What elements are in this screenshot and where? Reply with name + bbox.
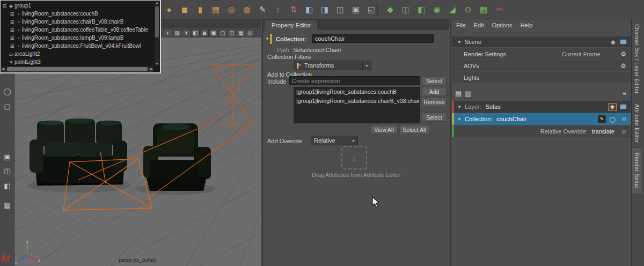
collapse-arrow-icon[interactable]: ▼	[265, 36, 269, 41]
render-setup-row[interactable]: Lights	[452, 72, 631, 83]
isolate-icon[interactable]: ◯	[610, 116, 616, 122]
select-all-button[interactable]: Select All	[399, 125, 429, 134]
select-tool-icon[interactable]: ◯	[2, 86, 13, 97]
collapse-arrow-icon[interactable]: ▼	[457, 40, 462, 45]
textured-icon[interactable]: ▨	[173, 29, 181, 37]
outliner-item[interactable]: ⊞ ▪ livingRoom_substances:chairB_v08:cha…	[2, 18, 153, 26]
outliner-item[interactable]: ▭ areaLight2	[2, 50, 153, 58]
single-pane-layout-icon[interactable]: ▣	[2, 151, 13, 162]
outliner-item[interactable]: ⊟ ◆ group1	[2, 2, 153, 10]
pencil-curve-icon[interactable]: ✎	[255, 2, 269, 16]
sort-list-icon[interactable]: ≡	[623, 90, 626, 97]
renderable-eye-icon[interactable]: ◉	[608, 103, 617, 111]
scene-row[interactable]: ▼ Scene ◉	[452, 36, 631, 47]
armchair-mesh[interactable]	[143, 123, 211, 191]
collection-member[interactable]: |group1|livingRoom_substances:chairB_v08…	[294, 97, 420, 106]
gear-icon[interactable]: ⚙	[620, 62, 626, 70]
resolution-gate-icon[interactable]: ◫	[228, 29, 236, 37]
collection-row-couchchair[interactable]: ▼ Collection: couchChair ✎ ◯ ⊘	[452, 113, 631, 125]
extrude-face-icon[interactable]: ◧	[414, 2, 428, 16]
poly-torus-icon[interactable]: ◎	[224, 2, 238, 16]
lasso-tool-icon[interactable]: ▢	[2, 101, 13, 112]
tab-render-setup[interactable]: Render Setup	[632, 148, 642, 194]
tab-attribute-editor[interactable]: Attribute Editor	[632, 99, 642, 149]
collection-name-input[interactable]	[312, 34, 434, 43]
select-expression-button[interactable]: Select	[422, 76, 447, 85]
poly-cube-icon[interactable]: ◼	[178, 2, 192, 16]
multi-cut-icon[interactable]: ✄	[492, 2, 506, 16]
render-setup-row[interactable]: Render Settings Current Frame ⚙	[452, 48, 631, 60]
wedge-icon[interactable]: ◢	[445, 2, 459, 16]
poly-sphere-icon[interactable]: ●	[162, 2, 176, 16]
grid-toggle-icon[interactable]: ▦	[237, 29, 245, 37]
visibility-eye-icon[interactable]: ◉	[611, 39, 616, 45]
collapse-arrow-icon[interactable]: ▼	[457, 105, 462, 109]
collection-member[interactable]: |group1|livingRoom_substances:couchB	[294, 87, 420, 97]
mirror-icon[interactable]: ◫	[333, 2, 347, 16]
display-icon[interactable]	[620, 39, 627, 45]
collapse-arrow-icon[interactable]: ▼	[457, 117, 462, 122]
create-render-layer-icon[interactable]: ▤	[455, 90, 462, 98]
display-icon[interactable]	[620, 104, 627, 109]
extrude-icon[interactable]: ↑	[271, 2, 285, 16]
isolate-select-icon[interactable]: ◎	[246, 29, 254, 37]
align-icon[interactable]: ▣	[349, 2, 363, 16]
expander-icon[interactable]: ⊞	[9, 11, 15, 17]
bevel-icon[interactable]: ◆	[383, 2, 397, 16]
lights-icon[interactable]: ☀	[182, 29, 191, 37]
occlusion-icon[interactable]: ◙	[200, 29, 209, 37]
expander-icon[interactable]: ⊞	[9, 19, 15, 25]
quad-draw-icon[interactable]: ▦	[477, 2, 491, 16]
three-pane-layout-icon[interactable]: ◧	[2, 180, 13, 191]
filter-type-dropdown[interactable]: Transforms ▼	[294, 61, 371, 70]
poly-cylinder-icon[interactable]: ▮	[193, 2, 207, 16]
outliner-horizontal-scrollbar[interactable]: ◀ ▶	[1, 66, 153, 72]
menu-item[interactable]: File	[456, 22, 466, 28]
combine-icon[interactable]: ◧	[302, 2, 316, 16]
bridge-icon[interactable]: ◫	[399, 2, 413, 16]
poly-disc-icon[interactable]: ◍	[240, 2, 254, 16]
scrollbar-thumb[interactable]	[155, 6, 159, 38]
add-button[interactable]: Add	[422, 87, 447, 96]
expander-icon[interactable]: ⊟	[2, 3, 8, 9]
gear-icon[interactable]: ⚙	[620, 50, 626, 58]
override-mode-dropdown[interactable]: Relative ▼	[311, 136, 358, 145]
select-members-button[interactable]: Select	[422, 113, 447, 122]
menu-item[interactable]: Help	[521, 22, 533, 28]
film-gate-icon[interactable]: ▢	[218, 29, 227, 37]
expander-icon[interactable]: ⊞	[9, 43, 15, 49]
scroll-right-icon[interactable]: ▶	[150, 67, 153, 71]
scroll-left-icon[interactable]: ◀	[2, 67, 4, 71]
menu-item[interactable]: Options	[492, 22, 513, 28]
tab-channel-box-layer-editor[interactable]: Channel Box / Layer Editor	[632, 19, 642, 99]
edit-collection-icon[interactable]: ✎	[598, 115, 606, 123]
render-setup-row[interactable]: AOVs ⚙	[452, 60, 631, 71]
expander-icon[interactable]: ⊞	[9, 27, 15, 33]
include-expression-input[interactable]	[289, 76, 420, 85]
view-all-button[interactable]: View All	[370, 125, 398, 134]
outliner-item[interactable]: ⊞ ▪ livingRoom_substances:lampB_v09:lamp…	[2, 34, 153, 42]
create-collection-icon[interactable]: ▥	[465, 90, 471, 98]
scroll-up-icon[interactable]: ▲	[155, 1, 159, 4]
separate-icon[interactable]: ◨	[318, 2, 332, 16]
sort-arrows-icon[interactable]: ⇅	[287, 2, 301, 16]
disable-icon[interactable]: ⊘	[621, 116, 626, 123]
tab-property-editor[interactable]: Property Editor	[265, 20, 317, 30]
outliner-item[interactable]: ⊞ ▪ livingRoom_substances:FruitBowl_v04:…	[2, 42, 153, 50]
shadows-icon[interactable]: ◧	[191, 29, 200, 37]
two-pane-layout-icon[interactable]: ◫	[2, 165, 13, 176]
poly-plane-icon[interactable]: ▦	[209, 2, 223, 16]
layer-row-sofas[interactable]: ▼ Layer: Sofas ◉	[452, 101, 631, 113]
target-weld-icon[interactable]: ⊙	[461, 2, 475, 16]
expander-icon[interactable]: ⊞	[9, 35, 15, 41]
couch-mesh[interactable]	[30, 117, 127, 186]
outliner-item[interactable]: ⊞ ▪ livingRoom_substances:coffeeTable_v0…	[2, 26, 153, 34]
outliner-item[interactable]: ⊞ ▪ livingRoom_substances:couchB	[2, 10, 153, 18]
scroll-down-icon[interactable]: ▼	[155, 62, 159, 65]
remove-button[interactable]: Remove	[422, 97, 447, 106]
disable-icon[interactable]: ⊘	[621, 128, 626, 135]
override-row-translate[interactable]: Relative Override: translate ⊘	[452, 125, 631, 137]
outliner-item[interactable]: ☀ pointLight3	[2, 58, 153, 65]
menu-item[interactable]: Edit	[474, 22, 484, 28]
scrollbar-thumb[interactable]	[7, 67, 148, 71]
